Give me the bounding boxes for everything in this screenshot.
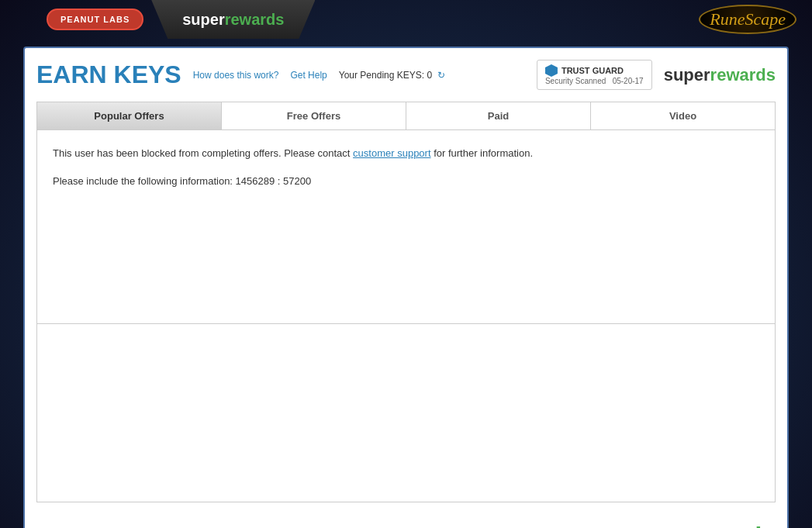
info-value: 1456289 : 57200 bbox=[236, 175, 312, 187]
iframe-area bbox=[36, 324, 776, 502]
top-navigation: PEANUT LABS superrewards RuneScape bbox=[0, 0, 812, 39]
trust-guard-badge: TRUST GUARD Security Scanned 05-20-17 bbox=[537, 60, 652, 90]
header-section: EARN KEYS How does this work? Get Help Y… bbox=[36, 60, 776, 90]
sr-header-super: super bbox=[664, 65, 710, 85]
pending-keys: Your Pending KEYS: 0 ↻ bbox=[339, 70, 446, 81]
sr-header-rewards: rewards bbox=[710, 65, 776, 85]
blocked-message-end: for further information. bbox=[434, 147, 533, 159]
header-links: How does this work? Get Help Your Pendin… bbox=[193, 70, 537, 81]
sr-footer-logo: superrewards bbox=[613, 522, 776, 528]
peanut-labs-label: PEANUT LABS bbox=[60, 15, 130, 24]
earn-keys-title: EARN KEYS bbox=[36, 60, 181, 89]
nav-rewards-text: rewards bbox=[225, 11, 285, 28]
get-help-link[interactable]: Get Help bbox=[290, 70, 327, 81]
content-area: This user has been blocked from completi… bbox=[36, 130, 776, 324]
runescape-logo: RuneScape bbox=[699, 5, 796, 34]
tab-video[interactable]: Video bbox=[591, 102, 775, 129]
main-container: EARN KEYS How does this work? Get Help Y… bbox=[23, 47, 789, 528]
pending-keys-label: Your Pending KEYS: bbox=[339, 70, 424, 81]
trust-guard-bottom: Security Scanned 05-20-17 bbox=[545, 77, 644, 85]
tab-popular-offers-label: Popular Offers bbox=[94, 110, 164, 122]
peanut-labs-logo: PEANUT LABS bbox=[47, 9, 143, 30]
tab-paid-label: Paid bbox=[488, 110, 509, 122]
super-rewards-nav-text: superrewards bbox=[182, 11, 284, 29]
refresh-icon[interactable]: ↻ bbox=[437, 70, 445, 81]
blocked-message-text: This user has been blocked from completi… bbox=[53, 147, 350, 159]
runescape-label: RuneScape bbox=[710, 9, 786, 29]
tab-free-offers-label: Free Offers bbox=[287, 110, 340, 122]
pending-keys-value: 0 bbox=[427, 70, 432, 81]
tab-popular-offers[interactable]: Popular Offers bbox=[37, 102, 222, 129]
tab-paid[interactable]: Paid bbox=[406, 102, 591, 129]
sr-header-logo: superrewards bbox=[664, 65, 776, 85]
shield-icon bbox=[545, 64, 558, 77]
footer-section: Super Rewards Privacy Policy superreward… bbox=[36, 518, 776, 528]
trust-guard-title: TRUST GUARD bbox=[561, 66, 624, 75]
security-scanned-label: Security Scanned bbox=[545, 77, 606, 85]
tab-free-offers[interactable]: Free Offers bbox=[222, 102, 406, 129]
sr-footer-super: super bbox=[613, 522, 680, 528]
scan-date: 05-20-17 bbox=[613, 77, 644, 85]
tab-video-label: Video bbox=[669, 110, 696, 122]
super-rewards-nav-logo: superrewards bbox=[151, 0, 315, 39]
include-info-label: Please include the following information… bbox=[53, 175, 233, 187]
info-line: Please include the following information… bbox=[53, 174, 759, 190]
trust-guard-top: TRUST GUARD bbox=[545, 64, 644, 77]
customer-support-link[interactable]: customer support bbox=[353, 147, 430, 159]
sr-footer-rewards: rewards bbox=[680, 522, 776, 528]
tabs-container: Popular Offers Free Offers Paid Video bbox=[36, 102, 776, 130]
nav-super-text: super bbox=[182, 11, 224, 28]
blocked-message: This user has been blocked from completi… bbox=[53, 146, 759, 162]
how-does-this-work-link[interactable]: How does this work? bbox=[193, 70, 279, 81]
